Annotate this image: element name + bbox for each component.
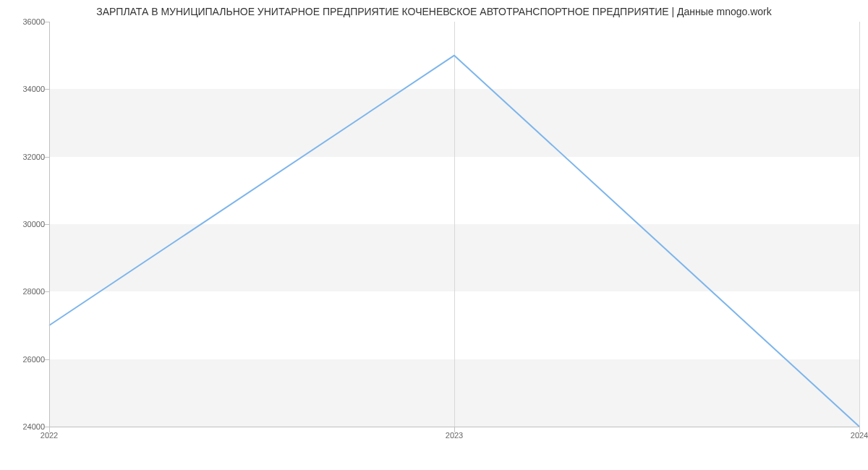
y-tick-label: 34000 [1, 85, 45, 93]
x-tick-mark [49, 427, 50, 432]
y-tick-label: 32000 [1, 153, 45, 161]
chart-title: ЗАРПЛАТА В МУНИЦИПАЛЬНОЕ УНИТАРНОЕ ПРЕДП… [0, 0, 868, 20]
gridline-vertical [859, 22, 860, 427]
x-tick-mark [454, 427, 455, 432]
y-axis-line [49, 22, 50, 427]
y-tick-label: 30000 [1, 220, 45, 228]
y-tick-label: 24000 [1, 422, 45, 431]
line-series-svg [49, 22, 859, 427]
x-axis-line [49, 427, 859, 427]
plot-area [49, 22, 859, 427]
x-tick-mark [859, 427, 860, 432]
data-line [49, 56, 859, 427]
y-tick-label: 26000 [1, 355, 45, 364]
y-tick-label: 28000 [1, 287, 45, 296]
chart-container: ЗАРПЛАТА В МУНИЦИПАЛЬНОЕ УНИТАРНОЕ ПРЕДП… [0, 0, 868, 448]
y-tick-label: 36000 [1, 17, 45, 26]
